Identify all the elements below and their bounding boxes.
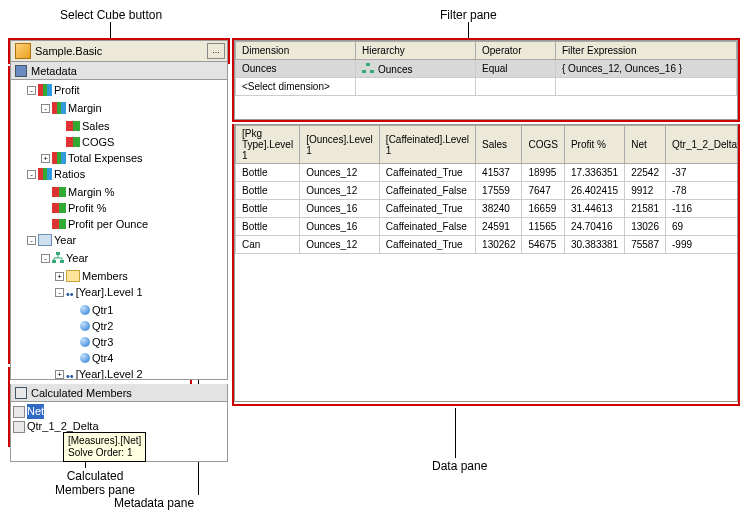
data-col-header[interactable]: [Caffeinated].Level 1 xyxy=(379,126,475,164)
table-cell[interactable]: 13026 xyxy=(625,218,666,236)
table-cell[interactable]: Ounces_16 xyxy=(300,200,380,218)
tree-toggle[interactable]: - xyxy=(55,288,64,297)
table-cell[interactable]: 38240 xyxy=(476,200,522,218)
tree-toggle[interactable]: - xyxy=(41,104,50,113)
table-cell[interactable]: 16659 xyxy=(522,200,564,218)
filter-col-expression[interactable]: Filter Expression xyxy=(556,42,737,60)
table-row[interactable]: CanOunces_12Caffeinated_True130262546753… xyxy=(236,236,739,254)
tree-item-profit-pct[interactable]: Profit % xyxy=(68,200,107,216)
tree-toggle[interactable]: - xyxy=(41,254,50,263)
filter-col-operator[interactable]: Operator xyxy=(476,42,556,60)
filter-cell-operator[interactable]: Equal xyxy=(476,60,556,78)
member-icon xyxy=(80,321,90,331)
table-cell[interactable]: 11565 xyxy=(522,218,564,236)
table-cell[interactable]: 24591 xyxy=(476,218,522,236)
data-col-header[interactable]: Sales xyxy=(476,126,522,164)
callout-select-cube: Select Cube button xyxy=(60,8,162,22)
callout-filter-pane: Filter pane xyxy=(440,8,497,22)
table-cell[interactable]: -78 xyxy=(666,182,739,200)
table-cell[interactable]: Bottle xyxy=(236,182,300,200)
table-cell[interactable]: Caffeinated_False xyxy=(379,182,475,200)
tree-item-margin[interactable]: Margin xyxy=(68,100,102,116)
table-cell[interactable]: Caffeinated_True xyxy=(379,164,475,182)
data-col-header[interactable]: [Ounces].Level 1 xyxy=(300,126,380,164)
tree-toggle[interactable]: - xyxy=(27,236,36,245)
table-cell[interactable]: 130262 xyxy=(476,236,522,254)
filter-col-dimension[interactable]: Dimension xyxy=(236,42,356,60)
data-col-header[interactable]: Profit % xyxy=(564,126,624,164)
table-cell[interactable]: 69 xyxy=(666,218,739,236)
table-cell[interactable]: Can xyxy=(236,236,300,254)
data-pane[interactable]: [Pkg Type].Level 1[Ounces].Level 1[Caffe… xyxy=(234,124,738,402)
tree-item-ratios[interactable]: Ratios xyxy=(54,166,85,182)
tree-item-profit[interactable]: Profit xyxy=(54,82,80,98)
tree-item-year-l1[interactable]: [Year].Level 1 xyxy=(76,284,143,300)
filter-cell-hierarchy[interactable]: Ounces xyxy=(356,60,476,78)
table-cell[interactable]: -116 xyxy=(666,200,739,218)
table-cell[interactable]: Caffeinated_False xyxy=(379,218,475,236)
data-col-header[interactable]: Net xyxy=(625,126,666,164)
table-row[interactable]: BottleOunces_12Caffeinated_True415371899… xyxy=(236,164,739,182)
table-cell[interactable]: 54675 xyxy=(522,236,564,254)
data-col-header[interactable]: Qtr_1_2_Delta xyxy=(666,126,739,164)
table-cell[interactable]: Caffeinated_True xyxy=(379,200,475,218)
table-cell[interactable]: -999 xyxy=(666,236,739,254)
table-cell[interactable]: 26.402415 xyxy=(564,182,624,200)
filter-placeholder-cell[interactable]: <Select dimension> xyxy=(236,78,356,96)
calc-members-list[interactable]: Net Qtr_1_2_Delta [Measures].[Net] Solve… xyxy=(10,402,228,462)
tree-item-margin-pct[interactable]: Margin % xyxy=(68,184,114,200)
metadata-tree[interactable]: -Profit -Margin Sales COGS +Total Expens… xyxy=(10,80,228,380)
table-cell[interactable]: 24.70416 xyxy=(564,218,624,236)
tree-item-qtr4[interactable]: Qtr4 xyxy=(92,350,113,366)
filter-row-placeholder[interactable]: <Select dimension> xyxy=(236,78,737,96)
table-cell[interactable]: 17.336351 xyxy=(564,164,624,182)
table-cell[interactable]: 21581 xyxy=(625,200,666,218)
table-cell[interactable]: 18995 xyxy=(522,164,564,182)
table-cell[interactable]: 17559 xyxy=(476,182,522,200)
table-cell[interactable]: 41537 xyxy=(476,164,522,182)
table-cell[interactable]: Ounces_12 xyxy=(300,236,380,254)
tree-toggle[interactable]: + xyxy=(41,154,50,163)
filter-cell-expression[interactable]: { Ounces_12, Ounces_16 } xyxy=(556,60,737,78)
table-cell[interactable]: 75587 xyxy=(625,236,666,254)
table-cell[interactable]: Bottle xyxy=(236,218,300,236)
tree-toggle[interactable]: + xyxy=(55,370,64,379)
filter-pane[interactable]: Dimension Hierarchy Operator Filter Expr… xyxy=(234,40,738,120)
table-cell[interactable]: 31.44613 xyxy=(564,200,624,218)
tree-item-qtr1[interactable]: Qtr1 xyxy=(92,302,113,318)
table-cell[interactable]: Bottle xyxy=(236,164,300,182)
table-cell[interactable]: Ounces_12 xyxy=(300,164,380,182)
filter-col-hierarchy[interactable]: Hierarchy xyxy=(356,42,476,60)
select-cube-button[interactable]: ... xyxy=(207,43,225,59)
tree-item-year-hier[interactable]: Year xyxy=(66,250,88,266)
table-cell[interactable]: 7647 xyxy=(522,182,564,200)
tree-item-sales[interactable]: Sales xyxy=(82,118,110,134)
table-cell[interactable]: 22542 xyxy=(625,164,666,182)
table-cell[interactable]: Ounces_16 xyxy=(300,218,380,236)
filter-cell-dimension[interactable]: Ounces xyxy=(236,60,356,78)
tree-item-qtr3[interactable]: Qtr3 xyxy=(92,334,113,350)
calc-member-net[interactable]: Net xyxy=(13,404,225,419)
data-col-header[interactable]: [Pkg Type].Level 1 xyxy=(236,126,300,164)
table-row[interactable]: BottleOunces_12Caffeinated_False17559764… xyxy=(236,182,739,200)
tree-item-profit-per-ounce[interactable]: Profit per Ounce xyxy=(68,216,148,232)
table-cell[interactable]: Caffeinated_True xyxy=(379,236,475,254)
table-row[interactable]: BottleOunces_16Caffeinated_True382401665… xyxy=(236,200,739,218)
tree-toggle[interactable]: + xyxy=(55,272,64,281)
table-row[interactable]: BottleOunces_16Caffeinated_False24591115… xyxy=(236,218,739,236)
tree-item-cogs[interactable]: COGS xyxy=(82,134,114,150)
table-cell[interactable]: Bottle xyxy=(236,200,300,218)
tree-item-total-expenses[interactable]: Total Expenses xyxy=(68,150,143,166)
filter-row[interactable]: Ounces Ounces Equal { Ounces_12, Ounces_… xyxy=(236,60,737,78)
tree-toggle[interactable]: - xyxy=(27,170,36,179)
tree-item-year-dim[interactable]: Year xyxy=(54,232,76,248)
tree-toggle[interactable]: - xyxy=(27,86,36,95)
tree-item-members[interactable]: Members xyxy=(82,268,128,284)
table-cell[interactable]: -37 xyxy=(666,164,739,182)
table-cell[interactable]: 9912 xyxy=(625,182,666,200)
data-col-header[interactable]: COGS xyxy=(522,126,564,164)
table-cell[interactable]: 30.383381 xyxy=(564,236,624,254)
table-cell[interactable]: Ounces_12 xyxy=(300,182,380,200)
tree-item-year-l2[interactable]: [Year].Level 2 xyxy=(76,366,143,380)
tree-item-qtr2[interactable]: Qtr2 xyxy=(92,318,113,334)
